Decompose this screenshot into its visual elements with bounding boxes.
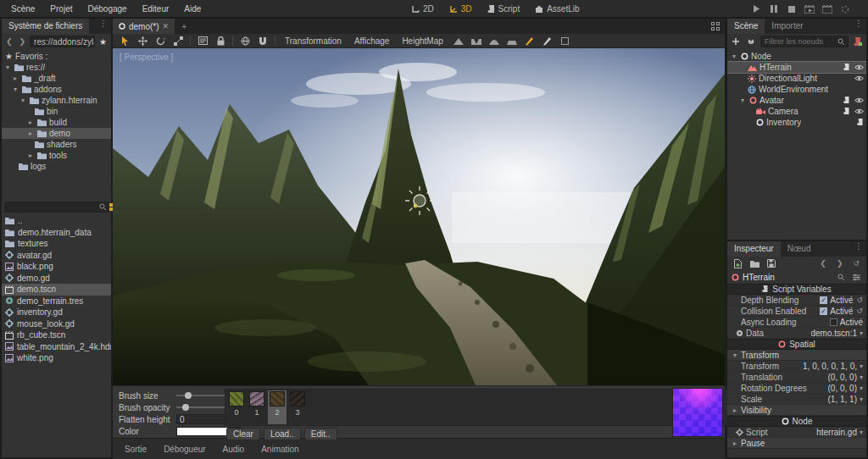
group-visibility[interactable]: ▸ Visibility xyxy=(727,405,866,416)
file-row[interactable]: demo_terrain.tres xyxy=(2,296,111,307)
translation-value[interactable]: (0, 0, 0) xyxy=(828,373,857,382)
visibility-eye-icon[interactable] xyxy=(854,75,864,81)
edit-button[interactable]: Edit.. xyxy=(304,428,337,440)
viewport-3d[interactable]: [ Perspective ] xyxy=(113,48,725,385)
dock-menu-icon[interactable]: ⋮ xyxy=(851,241,866,257)
scale-value[interactable]: (1, 1, 1) xyxy=(828,395,857,404)
chevron-down-icon[interactable]: ▾ xyxy=(860,373,863,381)
brush-size-slider[interactable] xyxy=(176,391,229,400)
chevron-down-icon[interactable]: ▾ xyxy=(11,86,19,93)
rotate-tool-button[interactable] xyxy=(154,35,166,47)
script-badge-icon[interactable] xyxy=(843,97,850,104)
chevron-down-icon[interactable]: ▾ xyxy=(860,362,863,370)
filesystem-search-input[interactable] xyxy=(4,202,110,213)
tree-folder-draft[interactable]: ▸ _draft xyxy=(2,73,111,84)
file-row[interactable]: mouse_look.gd xyxy=(2,318,111,330)
script-badge-icon[interactable] xyxy=(843,108,850,115)
property-tools-icon[interactable] xyxy=(850,271,862,283)
script-badge-icon[interactable] xyxy=(857,119,864,126)
chevron-down-icon[interactable]: ▾ xyxy=(860,429,863,436)
file-row[interactable]: demo.gd xyxy=(2,273,111,285)
play-scene-button[interactable] xyxy=(804,4,815,14)
node-row-directionallight[interactable]: DirectionalLight xyxy=(727,73,866,84)
checkbox-checked[interactable]: ✓ xyxy=(820,307,827,315)
group-pause[interactable]: ▸ Pause xyxy=(727,438,866,449)
tree-folder-logs[interactable]: logs xyxy=(2,161,111,172)
history-back-button[interactable]: ❮ xyxy=(817,259,829,268)
scene-tab-demo[interactable]: demo(*) ✕ xyxy=(113,19,175,34)
texture-slot-0[interactable]: 0 xyxy=(227,390,246,424)
script-value[interactable]: hterrain.gd xyxy=(816,428,857,437)
menu-debug[interactable]: Débogage xyxy=(81,3,132,15)
file-row[interactable]: .. xyxy=(2,215,111,227)
file-row[interactable]: avatar.gd xyxy=(2,250,111,262)
chevron-down-icon[interactable]: ▾ xyxy=(860,329,863,337)
tree-folder-build[interactable]: ▸ build xyxy=(2,117,111,128)
chevron-down-icon[interactable]: ▾ xyxy=(3,64,12,71)
texture-slot-2-selected[interactable]: 2 xyxy=(268,390,287,424)
menu-editor[interactable]: Editeur xyxy=(136,3,175,15)
category-node[interactable]: Node xyxy=(727,416,866,427)
select-tool-button[interactable] xyxy=(119,35,131,47)
chevron-right-icon[interactable]: ▸ xyxy=(11,75,19,82)
chevron-down-icon[interactable]: ▾ xyxy=(738,97,747,104)
tab-scene[interactable]: Scène xyxy=(727,19,765,34)
chevron-right-icon[interactable]: ▸ xyxy=(26,119,35,126)
menu-project[interactable]: Projet xyxy=(44,3,78,15)
new-resource-button[interactable] xyxy=(732,257,743,269)
node-row-inventory[interactable]: Inventory xyxy=(727,117,866,128)
revert-icon[interactable]: ↺ xyxy=(856,307,863,315)
tab-filesystem[interactable]: Système de fichiers xyxy=(2,19,89,34)
tab-animation[interactable]: Animation xyxy=(261,445,298,454)
tree-folder-demo[interactable]: ▸ demo xyxy=(2,128,111,139)
play-custom-scene-button[interactable] xyxy=(821,4,833,14)
filter-nodes-input[interactable] xyxy=(760,36,849,47)
heightmap-menu[interactable]: HeightMap xyxy=(398,36,446,46)
chevron-down-icon[interactable]: ▾ xyxy=(860,395,863,403)
pause-button[interactable] xyxy=(768,4,780,14)
file-row[interactable]: black.png xyxy=(2,261,111,273)
scale-tool-button[interactable] xyxy=(172,35,184,47)
stop-button[interactable] xyxy=(786,4,798,14)
workspace-3d-button[interactable]: 3D xyxy=(443,3,478,15)
tree-folder-shaders[interactable]: shaders xyxy=(2,139,111,150)
file-row[interactable]: table_mountain_2_4k.hdr xyxy=(2,341,111,353)
favorites-row[interactable]: ★ Favoris : xyxy=(2,51,111,62)
chevron-down-icon[interactable]: ▾ xyxy=(19,97,27,104)
tree-folder-bin[interactable]: bin xyxy=(2,106,111,117)
history-forward-button[interactable]: ❯ xyxy=(17,37,29,46)
lock-button[interactable] xyxy=(214,35,226,47)
terrain-lower-tool-button[interactable] xyxy=(470,35,482,47)
load-resource-button[interactable] xyxy=(748,257,760,269)
file-row[interactable]: demo.hterrain_data xyxy=(2,227,111,239)
terrain-raise-tool-button[interactable] xyxy=(453,35,465,47)
terrain-color-paint-tool-button[interactable] xyxy=(542,35,554,47)
instance-scene-button[interactable] xyxy=(745,36,757,47)
history-back-button[interactable]: ❮ xyxy=(3,37,15,46)
group-transform[interactable]: ▾ Transform xyxy=(727,350,866,361)
perspective-label[interactable]: [ Perspective ] xyxy=(120,53,173,62)
move-tool-button[interactable] xyxy=(136,35,148,47)
node-row-worldenvironment[interactable]: WorldEnvironment xyxy=(727,84,866,95)
tab-import[interactable]: Importer xyxy=(765,19,810,34)
tree-folder-addons[interactable]: ▾ addons xyxy=(2,84,111,95)
history-forward-button[interactable]: ❯ xyxy=(834,259,846,268)
selection-list-button[interactable] xyxy=(197,35,209,47)
tree-folder-res[interactable]: ▾ res:// xyxy=(2,62,111,73)
terrain-splat-paint-tool-button[interactable] xyxy=(524,35,536,47)
category-spatial[interactable]: Spatial xyxy=(727,339,866,350)
terrain-smooth-tool-button[interactable] xyxy=(488,35,500,47)
current-path-field[interactable]: res://addons/zylann. xyxy=(30,36,95,47)
checkbox-checked[interactable]: ✓ xyxy=(820,296,827,304)
new-scene-tab-button[interactable]: + xyxy=(175,19,193,34)
clear-button[interactable]: Clear xyxy=(226,428,260,440)
dock-menu-icon[interactable]: ⋮ xyxy=(96,19,111,34)
terrain-normalmap-preview[interactable] xyxy=(672,388,723,437)
save-resource-button[interactable] xyxy=(765,257,777,269)
brush-opacity-slider[interactable] xyxy=(176,403,229,412)
tab-audio[interactable]: Audio xyxy=(223,445,245,454)
transform-menu[interactable]: Transformation xyxy=(281,36,345,46)
favorite-toggle-icon[interactable]: ★ xyxy=(97,37,109,47)
tree-folder-tools[interactable]: ▸ tools xyxy=(2,150,111,161)
menu-scene[interactable]: Scène xyxy=(5,3,41,15)
